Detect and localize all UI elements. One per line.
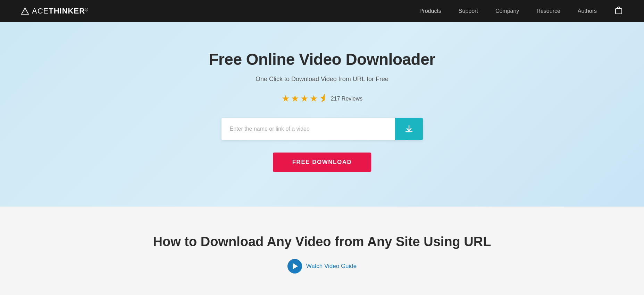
nav-menu: Products Support Company Resource Author… [419, 6, 623, 16]
search-row [0, 118, 644, 140]
star-3: ★ [300, 93, 308, 104]
video-search-input[interactable] [221, 118, 395, 140]
star-4: ★ [310, 93, 318, 104]
rating-row: ★ ★ ★ ★ ⯨ 217 Reviews [0, 93, 644, 104]
free-download-button[interactable]: FREE DOWNLOAD [273, 153, 371, 172]
nav-resource[interactable]: Resource [536, 8, 560, 14]
navbar: ACETHINKER® Products Support Company Res… [0, 0, 644, 22]
play-button[interactable] [287, 259, 302, 274]
watch-guide-row: Watch Video Guide [0, 259, 644, 274]
brand-thinker: THINKER [49, 7, 85, 15]
hero-section: Free Online Video Downloader One Click t… [0, 22, 644, 207]
cart-icon[interactable] [614, 6, 623, 16]
nav-authors[interactable]: Authors [578, 8, 597, 14]
nav-support[interactable]: Support [459, 8, 478, 14]
brand-reg: ® [85, 8, 88, 12]
search-download-button[interactable] [395, 118, 423, 140]
watch-guide-link[interactable]: Watch Video Guide [306, 263, 357, 270]
lower-section: How to Download Any Video from Any Site … [0, 207, 644, 294]
acethinker-logo-icon [21, 8, 29, 15]
nav-company[interactable]: Company [495, 8, 519, 14]
star-2: ★ [291, 93, 299, 104]
brand-name: ACETHINKER® [32, 7, 88, 16]
star-5-half: ⯨ [319, 93, 328, 104]
hero-title: Free Online Video Downloader [0, 50, 644, 69]
reviews-count: 217 Reviews [331, 96, 363, 102]
star-1: ★ [282, 93, 290, 104]
download-icon [404, 124, 414, 134]
search-container [221, 118, 423, 140]
nav-products[interactable]: Products [419, 8, 441, 14]
how-to-title: How to Download Any Video from Any Site … [0, 234, 644, 249]
svg-rect-2 [616, 9, 622, 14]
star-rating: ★ ★ ★ ★ ⯨ [282, 93, 328, 104]
brand-logo[interactable]: ACETHINKER® [21, 7, 88, 16]
play-triangle-icon [293, 263, 298, 269]
brand-ace: ACE [32, 7, 49, 15]
hero-subtitle: One Click to Download Video from URL for… [0, 76, 644, 83]
